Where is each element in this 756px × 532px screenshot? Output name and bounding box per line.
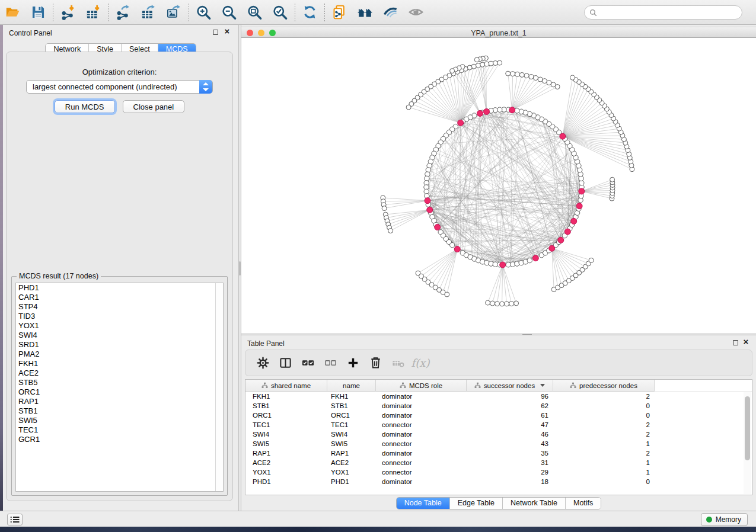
tab-edge-table[interactable]: Edge Table: [449, 498, 502, 509]
split-panel-icon[interactable]: [274, 352, 296, 374]
mcds-result-frame: MCDS result (17 nodes) PHD1CAR1STP4TID3Y…: [11, 276, 228, 496]
table-row[interactable]: FKH1FKH1dominator962: [245, 392, 752, 401]
export-image-icon[interactable]: [161, 2, 187, 23]
mcds-result-node[interactable]: YOX1: [16, 321, 223, 331]
result-scrollbar[interactable]: [215, 283, 223, 491]
mcds-result-node[interactable]: PHD1: [16, 283, 223, 293]
column-header-successor-nodes[interactable]: successor nodes: [467, 380, 553, 392]
memory-button[interactable]: Memory: [701, 513, 748, 526]
table-cell: connector: [376, 420, 467, 430]
mcds-result-node[interactable]: STB5: [16, 378, 223, 387]
close-panel-icon[interactable]: ×: [742, 336, 750, 347]
table-row[interactable]: SWI5SWI5connector431: [245, 439, 752, 448]
mcds-result-node[interactable]: SWI5: [16, 416, 223, 425]
search-box: [584, 5, 742, 20]
zoom-fit-icon[interactable]: [242, 2, 267, 23]
network-view-canvas[interactable]: [241, 38, 756, 334]
import-network-icon[interactable]: [55, 2, 81, 23]
mcds-result-node[interactable]: SWI4: [16, 331, 223, 340]
scrollbar-thumb[interactable]: [745, 396, 750, 460]
zoom-in-icon[interactable]: [191, 2, 216, 23]
import-table-icon[interactable]: [81, 2, 106, 23]
search-input[interactable]: [600, 7, 737, 18]
zoom-out-icon[interactable]: [216, 2, 242, 23]
tab-node-table[interactable]: Node Table: [397, 498, 449, 509]
table-row[interactable]: ACE2ACE2connector311: [245, 458, 752, 467]
mcds-result-node[interactable]: PMA2: [16, 350, 223, 359]
right-column: YPA_prune.txt_1 Table Panel × f(x) share…: [241, 25, 756, 511]
mcds-result-node[interactable]: GCR1: [16, 435, 223, 444]
houses-icon[interactable]: [352, 2, 378, 23]
unselect-all-checks-icon[interactable]: [319, 352, 342, 374]
export-network-icon[interactable]: [110, 2, 136, 23]
table-cell: 0: [553, 477, 655, 486]
mcds-result-node[interactable]: ACE2: [16, 368, 223, 378]
column-settings-gear-icon[interactable]: [251, 352, 274, 374]
table-cell: [655, 430, 752, 439]
splitter-handle[interactable]: [239, 261, 241, 275]
table-cell: 1: [553, 439, 655, 448]
column-header-shared-name[interactable]: shared name: [245, 380, 327, 392]
column-header-predecessor-nodes[interactable]: predecessor nodes: [553, 380, 655, 392]
mcds-result-node[interactable]: TEC1: [16, 425, 223, 435]
table-row[interactable]: YOX1YOX1connector291: [245, 467, 752, 477]
table-cell: dominator: [376, 401, 467, 411]
float-panel-icon[interactable]: [733, 340, 738, 345]
close-panel-icon[interactable]: ×: [223, 26, 231, 37]
optimization-criterion-label: Optimization criterion:: [7, 68, 232, 76]
table-row[interactable]: TEC1TEC1connector472: [245, 420, 752, 430]
add-column-icon[interactable]: [342, 352, 364, 374]
workspace: Control Panel × NetworkStyleSelectMCDS O…: [0, 25, 756, 511]
zoom-selected-icon[interactable]: [267, 2, 293, 23]
table-row[interactable]: STB1STB1dominator620: [245, 401, 752, 411]
run-mcds-button[interactable]: Run MCDS: [55, 100, 115, 113]
mcds-result-list[interactable]: PHD1CAR1STP4TID3YOX1SWI4SRD1PMA2FKH1ACE2…: [15, 283, 224, 492]
mcds-result-node[interactable]: CAR1: [16, 293, 223, 302]
table-cell: ACE2: [327, 458, 376, 467]
mcds-result-node[interactable]: STB1: [16, 406, 223, 416]
save-session-icon[interactable]: [25, 2, 51, 23]
function-builder-icon: f(x): [409, 352, 432, 374]
table-row[interactable]: SWI4SWI4dominator462: [245, 430, 752, 439]
column-header-name[interactable]: name: [327, 380, 376, 392]
tab-motifs[interactable]: Motifs: [565, 498, 601, 509]
table-cell: STB1: [327, 401, 376, 411]
mcds-result-node[interactable]: SRD1: [16, 340, 223, 350]
clone-network-icon[interactable]: [327, 2, 352, 23]
select-stepper-icon: [199, 80, 212, 94]
table-row[interactable]: PHD1PHD1dominator180: [245, 477, 752, 486]
table-scrollbar[interactable]: [744, 392, 751, 494]
apply-layout-icon[interactable]: [297, 2, 323, 23]
table-row[interactable]: RAP1RAP1dominator352: [245, 448, 752, 458]
float-panel-icon[interactable]: [213, 30, 218, 35]
search-icon: [589, 9, 597, 17]
open-session-icon[interactable]: [0, 2, 25, 23]
mcds-result-node[interactable]: RAP1: [16, 397, 223, 406]
table-cell: 1: [553, 467, 655, 477]
selected-criterion: largest connected component (undirected): [33, 82, 177, 91]
mcds-result-node[interactable]: TID3: [16, 312, 223, 321]
mcds-result-node[interactable]: ORC1: [16, 387, 223, 397]
table-cell: connector: [376, 439, 467, 448]
delete-column-icon[interactable]: [364, 352, 387, 374]
tab-network-table[interactable]: Network Table: [502, 498, 565, 509]
table-cell: connector: [376, 458, 467, 467]
table-cell: 2: [553, 430, 655, 439]
mcds-result-node[interactable]: FKH1: [16, 359, 223, 368]
graphics-details-icon[interactable]: [378, 2, 403, 23]
table-cell: 0: [553, 401, 655, 411]
export-table-icon[interactable]: [136, 2, 161, 23]
table-cell: 2: [553, 392, 655, 401]
table-row[interactable]: ORC1ORC1dominator610: [245, 411, 752, 420]
column-header-mcds-role[interactable]: MCDS role: [376, 380, 467, 392]
mcds-result-title: MCDS result (17 nodes): [17, 272, 101, 280]
network-graph[interactable]: [241, 38, 756, 334]
task-history-button[interactable]: [7, 514, 23, 525]
mcds-result-node[interactable]: STP4: [16, 302, 223, 312]
select-all-checks-icon[interactable]: [296, 352, 319, 374]
splitter-handle[interactable]: [522, 334, 532, 335]
optimization-criterion-select[interactable]: largest connected component (undirected): [26, 80, 213, 94]
close-panel-button[interactable]: Close panel: [123, 100, 185, 113]
table-cell: dominator: [376, 411, 467, 420]
table-toolbar: f(x): [245, 350, 752, 376]
